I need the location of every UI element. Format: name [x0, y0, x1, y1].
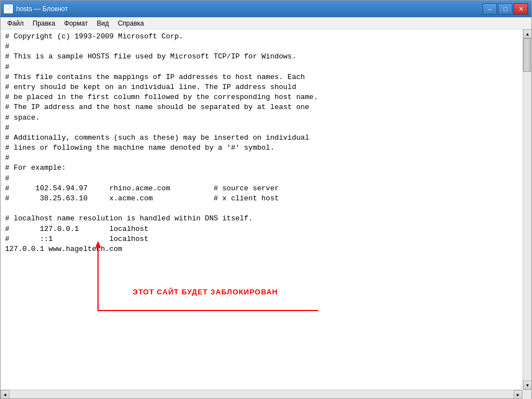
editor-area: # Copyright (c) 1993-2009 Microsoft Corp…: [1, 29, 531, 390]
scroll-track-v[interactable]: [523, 38, 531, 381]
horizontal-scrollbar-bar: ◄ ►: [1, 390, 531, 398]
annotation-text: ЭТОТ САЙТ БУДЕТ ЗАБЛОКИРОВАН: [133, 288, 278, 296]
menu-bar: Файл Правка Формат Вид Справка: [1, 17, 531, 29]
text-editor[interactable]: # Copyright (c) 1993-2009 Microsoft Corp…: [1, 29, 523, 390]
scrollbar-corner: [523, 390, 531, 399]
scroll-track-h[interactable]: [9, 390, 514, 398]
notepad-window: 📄 hosts — Блокнот – □ ✕ Файл Правка Форм…: [0, 0, 532, 399]
title-bar: 📄 hosts — Блокнот – □ ✕: [1, 1, 531, 17]
menu-file[interactable]: Файл: [3, 18, 28, 28]
window-title: hosts — Блокнот: [16, 5, 68, 13]
menu-help[interactable]: Справка: [113, 18, 148, 28]
scroll-right-button[interactable]: ►: [514, 390, 523, 399]
arrow-line: [98, 245, 318, 311]
minimize-button[interactable]: –: [482, 3, 497, 14]
menu-format[interactable]: Формат: [60, 18, 92, 28]
window-controls: – □ ✕: [482, 3, 528, 14]
app-icon: 📄: [4, 4, 13, 13]
scroll-down-button[interactable]: ▼: [523, 381, 531, 390]
scroll-up-button[interactable]: ▲: [523, 29, 531, 38]
vertical-scrollbar[interactable]: ▲ ▼: [523, 29, 531, 390]
close-button[interactable]: ✕: [514, 3, 528, 14]
maximize-button[interactable]: □: [498, 3, 513, 14]
file-content: # Copyright (c) 1993-2009 Microsoft Corp…: [5, 32, 518, 254]
menu-edit[interactable]: Правка: [28, 18, 60, 28]
menu-view[interactable]: Вид: [92, 18, 114, 28]
title-bar-left: 📄 hosts — Блокнот: [4, 4, 68, 13]
scroll-left-button[interactable]: ◄: [1, 390, 9, 399]
scroll-thumb-v[interactable]: [523, 38, 531, 72]
